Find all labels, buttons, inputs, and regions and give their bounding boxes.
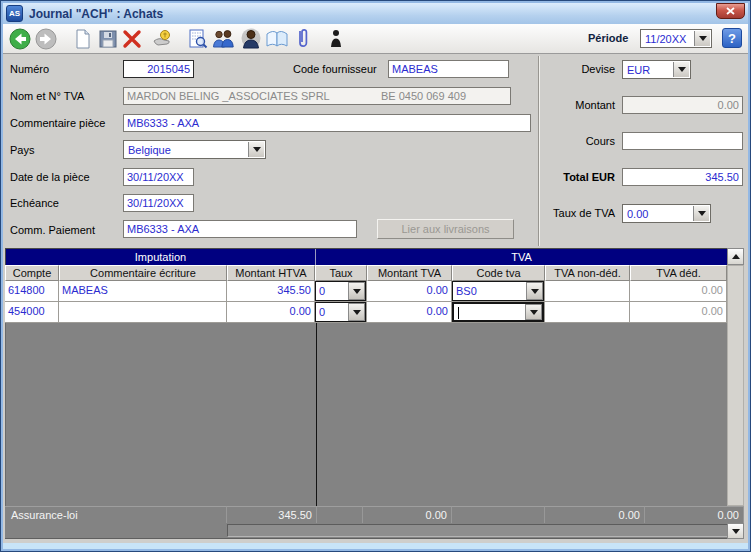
cell-montant-htva[interactable]: 345.50 — [227, 281, 315, 302]
close-icon — [726, 7, 735, 15]
taux-tva-value: 0.00 — [627, 208, 648, 220]
nom-tva-field: MARDON BELING _ASSOCIATES SPRL BE 0450 0… — [123, 87, 511, 105]
montant-label: Montant — [523, 99, 615, 111]
chevron-down-icon — [248, 142, 264, 157]
cell-code-tva[interactable] — [452, 302, 545, 323]
scroll-up-button[interactable] — [727, 248, 744, 265]
devise-label: Devise — [523, 63, 615, 75]
group-header-tva: TVA — [316, 249, 728, 265]
total-taux-spacer — [317, 506, 363, 523]
date-piece-label: Date de la pièce — [10, 171, 90, 183]
code-tva-value: BS0 — [456, 285, 477, 297]
horizontal-scrollbar[interactable] — [5, 523, 727, 539]
cell-tva-ded[interactable]: 0.00 — [630, 281, 727, 302]
section-divider-line — [316, 323, 317, 506]
date-piece-field[interactable]: 30/11/20XX — [123, 168, 194, 186]
numero-field[interactable]: 2015045 — [123, 60, 194, 78]
vertical-scrollbar[interactable] — [727, 265, 744, 506]
payment-button[interactable] — [149, 26, 175, 52]
commentaire-piece-field[interactable]: MB6333 - AXA — [123, 114, 531, 132]
cell-montant-tva[interactable]: 0.00 — [367, 302, 452, 323]
title-bar[interactable]: AS Journal "ACH" : Achats — [3, 3, 748, 25]
total-tva-non-ded: 0.00 — [545, 506, 645, 523]
totals-row: Assurance-loi 345.50 0.00 0.00 0.00 — [5, 506, 744, 523]
periode-value: 11/20XX — [645, 33, 686, 45]
pays-select[interactable]: Belgique — [123, 140, 266, 159]
table-row: 454000 0.00 0 0.00 0.00 — [5, 302, 727, 323]
chevron-down-icon[interactable] — [348, 303, 365, 321]
cell-commentaire[interactable]: MABEAS — [59, 281, 227, 302]
pays-value: Belgique — [128, 144, 171, 156]
total-eur-label: Total EUR — [523, 171, 615, 183]
contacts-button[interactable] — [210, 26, 236, 52]
totals-label: Assurance-loi — [5, 506, 227, 523]
forward-button[interactable] — [33, 26, 59, 52]
cours-field[interactable] — [622, 132, 743, 150]
cell-taux[interactable]: 0 — [315, 281, 367, 302]
taux-tva-select[interactable]: 0.00 — [622, 204, 711, 223]
cell-tva-non-ded[interactable] — [545, 302, 630, 323]
close-button[interactable] — [716, 3, 745, 19]
forward-icon — [35, 28, 57, 50]
code-fournisseur-field[interactable]: MABEAS — [388, 60, 509, 78]
horizontal-scroll-track[interactable] — [227, 524, 730, 537]
cell-montant-tva[interactable]: 0.00 — [367, 281, 452, 302]
comm-paiement-label: Comm. Paiement — [10, 224, 95, 236]
column-header-taux: Taux — [315, 265, 367, 281]
total-montant-tva: 0.00 — [363, 506, 452, 523]
echeance-field[interactable]: 30/11/20XX — [123, 194, 194, 212]
new-document-icon — [72, 28, 94, 50]
delete-button[interactable] — [119, 26, 145, 52]
help-button[interactable]: ? — [722, 28, 742, 48]
column-header-tva-ded: TVA déd. — [630, 265, 727, 281]
chevron-down-icon — [694, 31, 710, 46]
user-info-button[interactable] — [323, 26, 349, 52]
text-caret — [458, 307, 459, 319]
total-eur-field[interactable]: 345.50 — [622, 168, 743, 186]
back-button[interactable] — [7, 26, 33, 52]
new-document-button[interactable] — [70, 26, 96, 52]
attachment-icon — [296, 27, 310, 51]
toolbar: Période 11/20XX ? — [3, 24, 748, 54]
cell-compte[interactable]: 614800 — [5, 281, 59, 302]
cell-montant-htva[interactable]: 0.00 — [227, 302, 315, 323]
chevron-down-icon — [693, 206, 709, 221]
comm-paiement-field[interactable]: MB6333 - AXA — [123, 220, 357, 238]
devise-value: EUR — [627, 64, 650, 76]
cell-tva-non-ded[interactable] — [545, 281, 630, 302]
search-preview-button[interactable] — [185, 26, 211, 52]
journal-book-icon — [265, 28, 289, 50]
montant-field: 0.00 — [622, 96, 743, 114]
devise-select[interactable]: EUR — [622, 60, 691, 79]
lier-aux-livraisons-button[interactable]: Lier aux livraisons — [377, 219, 514, 239]
column-header-compte: Compte — [5, 265, 59, 281]
contact-button[interactable] — [238, 26, 264, 52]
cell-taux[interactable]: 0 — [315, 302, 367, 323]
taux-tva-label: Taux de TVA — [523, 207, 615, 219]
table-row: 614800 MABEAS 345.50 0 0.00 BS0 0.00 — [5, 281, 727, 302]
form-area: Numéro 2015045 Code fournisseur MABEAS N… — [3, 54, 748, 248]
periode-select[interactable]: 11/20XX — [640, 29, 712, 48]
chevron-down-icon[interactable] — [526, 282, 543, 300]
chevron-down-icon[interactable] — [525, 304, 542, 320]
total-code-spacer — [452, 506, 545, 523]
numero-label: Numéro — [10, 63, 49, 75]
chevron-down-icon[interactable] — [348, 282, 365, 300]
echeance-label: Echéance — [10, 197, 59, 209]
cell-tva-ded[interactable]: 0.00 — [630, 302, 727, 323]
scroll-down-button[interactable] — [727, 523, 744, 539]
commentaire-piece-label: Commentaire pièce — [10, 117, 105, 129]
back-icon — [9, 28, 31, 50]
nom-tva-number: BE 0450 069 409 — [381, 90, 466, 102]
cell-compte[interactable]: 454000 — [5, 302, 59, 323]
column-header-code-tva: Code tva — [452, 265, 545, 281]
cell-code-tva[interactable]: BS0 — [452, 281, 545, 302]
taux-value: 0 — [319, 306, 325, 318]
group-header-imputation: Imputation — [6, 249, 316, 265]
attachment-button[interactable] — [290, 26, 316, 52]
column-header-montant-tva: Montant TVA — [367, 265, 452, 281]
save-button[interactable] — [95, 26, 121, 52]
column-header-commentaire: Commentaire écriture — [59, 265, 227, 281]
cell-commentaire[interactable] — [59, 302, 227, 323]
journal-book-button[interactable] — [264, 26, 290, 52]
